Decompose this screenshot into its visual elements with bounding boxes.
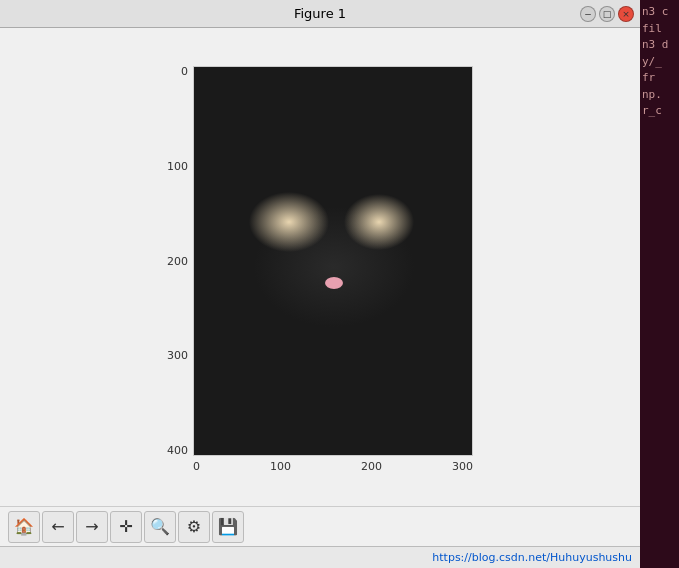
maximize-button[interactable]: □	[599, 6, 615, 22]
status-bar: https://blog.csdn.net/Huhuyushushu	[0, 546, 640, 568]
zoom-icon: 🔍	[150, 517, 170, 536]
save-icon: 💾	[218, 517, 238, 536]
terminal-line: np.	[642, 87, 677, 104]
home-button[interactable]: 🏠	[8, 511, 40, 543]
minimize-icon: −	[584, 9, 592, 19]
x-label-100: 100	[270, 460, 291, 473]
status-url: https://blog.csdn.net/Huhuyushushu	[432, 551, 632, 564]
terminal-line: n3 d	[642, 37, 677, 54]
title-bar: Figure 1 − □ ×	[0, 0, 640, 28]
terminal-line: r_c	[642, 103, 677, 120]
x-label-200: 200	[361, 460, 382, 473]
y-label-0: 0	[181, 66, 188, 77]
save-button[interactable]: 💾	[212, 511, 244, 543]
pan-button[interactable]: ✛	[110, 511, 142, 543]
zoom-button[interactable]: 🔍	[144, 511, 176, 543]
configure-button[interactable]: ⚙	[178, 511, 210, 543]
back-icon: ←	[51, 517, 64, 536]
x-axis-labels: 0100200300	[193, 456, 473, 473]
terminal-line: n3 c	[642, 4, 677, 21]
image-plot-area: 0100200300	[193, 66, 473, 473]
terminal-line: y/_	[642, 54, 677, 71]
window-controls: − □ ×	[580, 6, 634, 22]
forward-icon: →	[85, 517, 98, 536]
y-label-300: 300	[167, 350, 188, 361]
toolbar: 🏠 ← → ✛ 🔍 ⚙ 💾	[0, 506, 640, 546]
plot-container: 0100200300400 0100200300	[167, 66, 473, 473]
y-label-100: 100	[167, 161, 188, 172]
forward-button[interactable]: →	[76, 511, 108, 543]
y-label-200: 200	[167, 256, 188, 267]
figure-content: 0100200300400 0100200300	[0, 28, 640, 506]
figure-panel: Figure 1 − □ × 0100200300400	[0, 0, 640, 568]
window-title: Figure 1	[294, 6, 346, 21]
configure-icon: ⚙	[187, 517, 201, 536]
cat-image	[194, 67, 472, 455]
pan-icon: ✛	[119, 517, 132, 536]
terminal-line: fil	[642, 21, 677, 38]
minimize-button[interactable]: −	[580, 6, 596, 22]
home-icon: 🏠	[14, 517, 34, 536]
x-label-300: 300	[452, 460, 473, 473]
x-label-0: 0	[193, 460, 200, 473]
close-button[interactable]: ×	[618, 6, 634, 22]
close-icon: ×	[622, 9, 630, 19]
maximize-icon: □	[603, 9, 612, 19]
cat-image-canvas	[193, 66, 473, 456]
back-button[interactable]: ←	[42, 511, 74, 543]
y-axis-labels: 0100200300400	[167, 66, 193, 456]
terminal-panel: n3 cfiln3 dy/_frnp.r_c	[640, 0, 679, 568]
terminal-line: fr	[642, 70, 677, 87]
y-label-400: 400	[167, 445, 188, 456]
